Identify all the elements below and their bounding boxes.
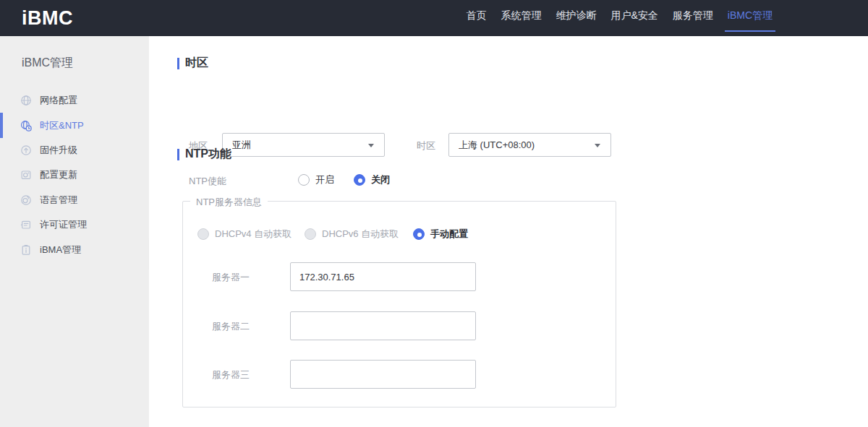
radio-ntp-on[interactable]: 开启 — [298, 173, 334, 186]
server2-label: 服务器二 — [212, 320, 250, 333]
sidebar-item-license-mgmt[interactable]: 许可证管理 — [0, 212, 149, 237]
radio-checked-icon — [413, 228, 425, 240]
upload-circle-icon — [20, 145, 32, 156]
config-update-icon — [20, 169, 32, 181]
server3-input[interactable] — [290, 360, 476, 389]
ntp-server-group-legend: NTP服务器信息 — [190, 196, 268, 209]
main-content: 时区 地区 亚洲 时区 上海 (UTC+08:00) NTP功能 NTP使能 开… — [149, 36, 868, 427]
nav-service-mgmt[interactable]: 服务管理 — [671, 0, 715, 36]
nav-user-security[interactable]: 用户&安全 — [609, 0, 659, 36]
sidebar-item-ibma-mgmt[interactable]: iBMA管理 — [0, 237, 149, 262]
sidebar-item-timezone-ntp[interactable]: 时区&NTP — [0, 113, 149, 137]
radio-dhcpv4-auto[interactable]: DHCPv4 自动获取 — [197, 228, 292, 241]
section-accent-bar — [177, 149, 179, 160]
sidebar-item-network-config[interactable]: 网络配置 — [0, 88, 149, 113]
ntp-enable-label: NTP使能 — [189, 175, 226, 188]
radio-dhcpv6-auto[interactable]: DHCPv6 自动获取 — [305, 228, 399, 241]
sidebar-item-label: 配置更新 — [40, 168, 77, 181]
sidebar-item-language-mgmt[interactable]: 语言管理 — [0, 188, 149, 212]
radio-ntp-off[interactable]: 关闭 — [354, 173, 390, 186]
sidebar-title: iBMC管理 — [0, 36, 149, 71]
radio-unchecked-icon — [298, 174, 310, 186]
server1-label: 服务器一 — [212, 271, 250, 284]
globe-icon — [20, 95, 32, 106]
ntp-server-group: NTP服务器信息 DHCPv4 自动获取 DHCPv6 自动获取 手动配置 服务… — [182, 201, 616, 407]
app-logo: iBMC — [22, 7, 73, 30]
server1-input[interactable] — [290, 262, 476, 291]
radio-disabled-icon — [305, 228, 316, 240]
sidebar-item-label: 语言管理 — [40, 194, 77, 207]
language-globe-icon — [20, 194, 32, 206]
region-select-value: 亚洲 — [232, 139, 251, 152]
radio-checked-icon — [354, 174, 365, 186]
server3-label: 服务器三 — [212, 368, 250, 381]
timezone-select[interactable]: 上海 (UTC+08:00) — [448, 133, 611, 157]
nav-ibmc-mgmt[interactable]: iBMC管理 — [726, 0, 774, 36]
nav-home[interactable]: 首页 — [464, 0, 488, 36]
region-select[interactable]: 亚洲 — [222, 133, 385, 157]
timezone-clock-icon — [20, 120, 32, 131]
sidebar-menu: 网络配置 时区&NTP 固件升级 配置更新 语言管理 许可证管理 iBMA管理 — [0, 88, 149, 262]
license-icon — [20, 219, 32, 230]
server2-input[interactable] — [290, 311, 476, 340]
timezone-section-title: 时区 — [177, 56, 208, 71]
topbar: iBMC 首页 系统管理 维护诊断 用户&安全 服务管理 iBMC管理 — [0, 0, 868, 36]
sidebar-item-label: 许可证管理 — [40, 218, 87, 231]
nav-system-mgmt[interactable]: 系统管理 — [499, 0, 542, 36]
timezone-label: 时区 — [417, 139, 435, 152]
section-accent-bar — [177, 58, 179, 69]
sidebar-item-label: iBMA管理 — [40, 243, 81, 256]
clipboard-icon — [20, 244, 32, 256]
sidebar-item-label: 固件升级 — [40, 144, 77, 157]
radio-manual-config[interactable]: 手动配置 — [413, 228, 468, 241]
radio-disabled-icon — [197, 228, 209, 240]
sidebar-item-config-update[interactable]: 配置更新 — [0, 163, 149, 187]
nav-maintenance-diagnosis[interactable]: 维护诊断 — [554, 0, 597, 36]
sidebar-item-label: 网络配置 — [40, 94, 77, 107]
ntp-section-title: NTP功能 — [177, 147, 231, 162]
sidebar-item-label: 时区&NTP — [40, 119, 84, 132]
timezone-select-value: 上海 (UTC+08:00) — [459, 139, 535, 152]
top-nav: 首页 系统管理 维护诊断 用户&安全 服务管理 iBMC管理 — [464, 0, 774, 36]
sidebar-item-firmware-upgrade[interactable]: 固件升级 — [0, 138, 149, 163]
sidebar: iBMC管理 网络配置 时区&NTP 固件升级 配置更新 语言管理 许可证管理 — [0, 36, 149, 427]
